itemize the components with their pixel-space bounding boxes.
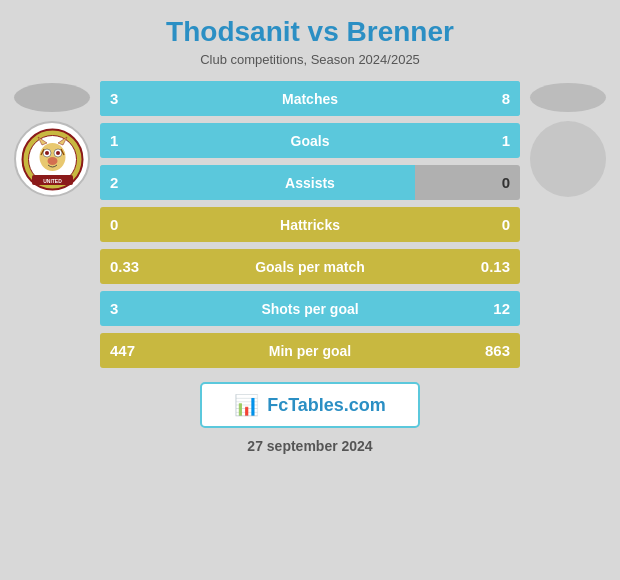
stat-right-val: 0.13 [471, 258, 520, 275]
stat-row-goals: 1 Goals 1 [100, 123, 520, 158]
fctables-logo-text: FcTables.com [267, 395, 386, 416]
stat-row-hattricks: 0 Hattricks 0 [100, 207, 520, 242]
stat-row-goals-per-match: 0.33 Goals per match 0.13 [100, 249, 520, 284]
stat-right-val: 1 [492, 132, 520, 149]
stat-row-min-per-goal: 447 Min per goal 863 [100, 333, 520, 368]
stat-center-label: Shots per goal [261, 301, 358, 317]
player1-oval-top [14, 83, 90, 112]
stat-left-val: 1 [100, 132, 128, 149]
footer-date: 27 september 2024 [247, 434, 372, 464]
stat-center-label: Goals [291, 133, 330, 149]
svg-point-5 [45, 151, 49, 155]
stat-left-val: 2 [100, 174, 128, 191]
stat-right-val: 8 [492, 90, 520, 107]
right-player-area [524, 81, 612, 197]
match-subtitle: Club competitions, Season 2024/2025 [20, 52, 600, 67]
stat-left-val: 3 [100, 300, 128, 317]
stat-center-label: Goals per match [255, 259, 365, 275]
player1-logo: UNITED [14, 121, 90, 197]
stat-right-val: 863 [475, 342, 520, 359]
svg-point-6 [56, 151, 60, 155]
stat-center-label: Min per goal [269, 343, 351, 359]
svg-text:UNITED: UNITED [43, 178, 62, 184]
stat-left-val: 3 [100, 90, 128, 107]
stat-center-label: Matches [282, 91, 338, 107]
team-crest-icon: UNITED [20, 127, 85, 192]
stat-left-val: 0 [100, 216, 128, 233]
player2-oval-top [530, 83, 606, 112]
svg-point-7 [47, 157, 57, 165]
header: Thodsanit vs Brenner Club competitions, … [0, 0, 620, 75]
stat-right-val: 12 [483, 300, 520, 317]
player2-placeholder [530, 121, 606, 197]
left-player-area: UNITED [8, 81, 96, 197]
fctables-chart-icon: 📊 [234, 393, 259, 417]
stats-container: 3 Matches 8 1 Goals 1 2 Assists 0 0 Hatt… [100, 81, 520, 368]
stat-center-label: Hattricks [280, 217, 340, 233]
stat-right-val: 0 [492, 216, 520, 233]
main-area: UNITED 3 Matches 8 1 Goals 1 [0, 75, 620, 368]
stat-left-val: 447 [100, 342, 145, 359]
stat-center-label: Assists [285, 175, 335, 191]
stat-left-val: 0.33 [100, 258, 149, 275]
page-container: Thodsanit vs Brenner Club competitions, … [0, 0, 620, 580]
stat-row-assists: 2 Assists 0 [100, 165, 520, 200]
stat-right-val: 0 [492, 174, 520, 191]
stat-row-shots-per-goal: 3 Shots per goal 12 [100, 291, 520, 326]
match-title: Thodsanit vs Brenner [20, 16, 600, 48]
stat-row-matches: 3 Matches 8 [100, 81, 520, 116]
fctables-banner: 📊 FcTables.com [200, 382, 420, 428]
